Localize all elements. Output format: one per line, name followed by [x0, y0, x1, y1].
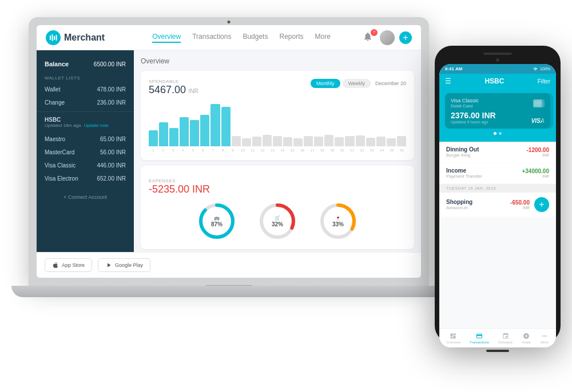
bar-10 [242, 138, 251, 146]
chart-label-11: 11 [248, 149, 257, 152]
bar-8 [221, 107, 231, 146]
phone: 8:41 AM 100% ☰ HSBC Filter [435, 46, 561, 343]
tab-more[interactable]: More [315, 33, 331, 43]
bar-segment-9 [232, 136, 241, 147]
bar-segment-17 [314, 137, 323, 146]
sidebar-item-visa-electron[interactable]: Visa Electron 652.00 INR [37, 172, 134, 185]
app-store-button[interactable]: App Store [45, 258, 92, 272]
bar-segment-20 [345, 136, 354, 146]
bar-chart [149, 101, 406, 146]
expenses-value: -5235.00 INR [149, 183, 406, 195]
transaction-shopping[interactable]: Shopping Amazon.in -650.00 INR + [439, 193, 556, 217]
phone-nav-more[interactable]: More [540, 332, 549, 344]
card-type-name: Visa Classic [451, 98, 479, 103]
chart-label-10: 10 [239, 149, 247, 152]
sidebar-item-change[interactable]: Change 236.00 INR [37, 96, 134, 109]
bar-7 [210, 104, 220, 146]
balance-label: Balance [45, 61, 69, 67]
app-logo-icon [46, 30, 61, 45]
bar-20 [345, 136, 354, 146]
bar-24 [387, 138, 396, 146]
svg-rect-3 [56, 35, 57, 41]
spendable-currency: INR [189, 88, 198, 94]
chart-label-8: 8 [219, 149, 227, 152]
sidebar-divider [37, 111, 134, 112]
transactions-list: Dinning Out Burger King -1200.00 INR Inc… [439, 142, 556, 328]
phone-camera [496, 58, 499, 62]
trans-income-currency: INR [522, 174, 549, 178]
phone-filter-button[interactable]: Filter [538, 78, 550, 85]
overview-top: SPENDABLE 5467.00 INR Monthly [149, 79, 406, 96]
bank-section-title: HSBC [45, 117, 126, 123]
phone-nav-transactions[interactable]: Transactions [470, 332, 489, 344]
transactions-nav-icon [475, 333, 483, 339]
monthly-button[interactable]: Monthly [311, 79, 340, 88]
add-button[interactable]: + [399, 31, 412, 44]
phone-header: ☰ HSBC Filter [439, 74, 556, 89]
menu-icon[interactable]: ☰ [445, 77, 451, 85]
bar-6 [200, 115, 209, 147]
trans-dining-sub: Burger King [446, 153, 527, 158]
card-item[interactable]: Visa Classic Debit Card [445, 93, 550, 129]
transaction-income[interactable]: Income Payment Transfer +34000.00 INR [439, 163, 556, 183]
spendable-section: SPENDABLE 5467.00 INR [149, 79, 198, 96]
bar-13 [273, 136, 282, 147]
tab-budgets[interactable]: Budgets [243, 33, 268, 43]
chart-label-24: 24 [378, 149, 386, 152]
phone-nav-overview[interactable]: Overview [446, 332, 460, 344]
card-type-sub: Debit Card [451, 103, 479, 109]
more-nav-icon [541, 333, 549, 339]
phone-nav-goals[interactable]: Goals [522, 332, 531, 344]
overview-title: Overview [141, 57, 414, 65]
tab-transactions[interactable]: Transactions [192, 33, 231, 43]
chart-label-5: 5 [189, 149, 197, 152]
phone-nav-more-label: More [541, 341, 549, 344]
phone-nav-schedule[interactable]: Schedule [498, 332, 513, 344]
bar-1 [149, 130, 158, 146]
tab-reports[interactable]: Reports [279, 33, 303, 43]
partial-card [542, 93, 553, 129]
bar-segment-8 [221, 107, 231, 146]
expenses-card: EXPENSES -5235.00 INR 🚌 87% 🛒 32% [141, 166, 414, 249]
bar-3 [169, 128, 178, 146]
chart-label-17: 17 [308, 149, 316, 152]
bank-update-link[interactable]: Update now [84, 123, 109, 128]
bar-segment-10 [242, 138, 251, 146]
phone-bottom-nav: Overview Transactions Schedule [439, 328, 556, 347]
donut-icon-0: 🚌 [214, 215, 220, 221]
bar-19 [335, 137, 344, 146]
trans-income-amount: +34000.00 [522, 168, 549, 174]
chart-label-26: 26 [398, 149, 406, 152]
bar-15 [293, 138, 303, 146]
bar-segment-16 [304, 136, 313, 147]
add-transaction-button[interactable]: + [534, 197, 549, 212]
transaction-dining[interactable]: Dinning Out Burger King -1200.00 INR [439, 142, 556, 162]
sidebar-item-wallet[interactable]: Wallet 478.00 INR [37, 83, 134, 96]
chart-label-18: 18 [318, 149, 327, 152]
bar-12 [263, 135, 272, 146]
overview-card: SPENDABLE 5467.00 INR Monthly [141, 71, 414, 160]
sidebar-item-maestro[interactable]: Maestro 65.00 INR [37, 133, 134, 146]
weekly-button[interactable]: Weekly [343, 79, 371, 88]
sidebar-item-mastercard[interactable]: MasterCard 56.00 INR [37, 146, 134, 159]
bar-16 [304, 136, 313, 147]
user-avatar[interactable] [380, 30, 395, 45]
apple-icon [52, 262, 59, 269]
sidebar-item-visa-classic[interactable]: Visa Classic 446.00 INR [37, 159, 134, 172]
notification-button[interactable]: 7 [363, 31, 375, 44]
connect-account-button[interactable]: + Connect Account [37, 185, 134, 205]
phone-time: 8:41 AM [445, 66, 462, 71]
google-play-button[interactable]: Google Play [98, 258, 150, 272]
chart-label-12: 12 [258, 149, 267, 152]
schedule-nav-icon [502, 333, 510, 339]
donut-0: 🚌 87% [191, 201, 243, 241]
tab-overview[interactable]: Overview [152, 33, 181, 43]
header-actions: 7 + [363, 30, 412, 45]
phone-status-icons: 100% [533, 67, 550, 71]
bar-segment-6 [200, 115, 209, 147]
bar-25 [397, 136, 406, 147]
donut-svg-2: 🍷 33% [318, 201, 358, 241]
notification-badge: 7 [371, 29, 378, 36]
phone-bank-name: HSBC [484, 77, 504, 85]
bar-segment-22 [366, 138, 375, 146]
